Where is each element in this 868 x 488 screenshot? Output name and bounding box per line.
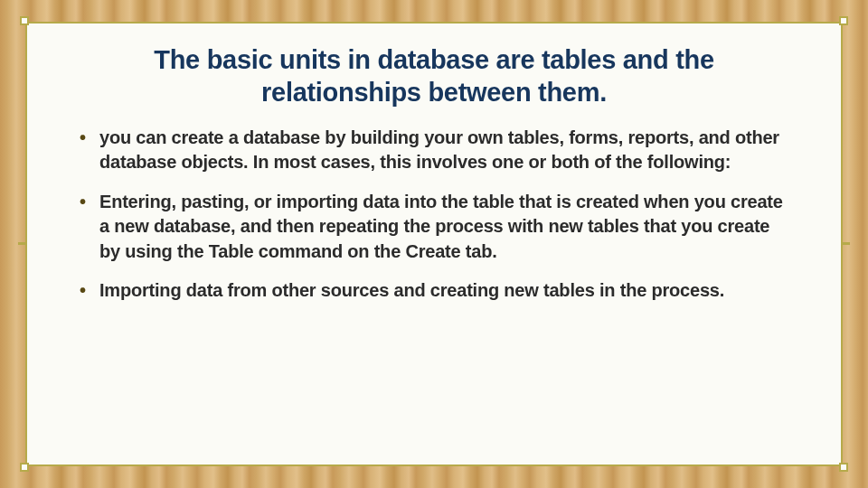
slide-content: The basic units in database are tables a… (27, 23, 841, 336)
bullet-list: you can create a database by building yo… (80, 126, 788, 305)
frame-corner-icon (20, 463, 29, 472)
frame-corner-icon (20, 16, 29, 25)
list-item: you can create a database by building yo… (80, 126, 788, 175)
list-item: Entering, pasting, or importing data int… (80, 190, 788, 265)
list-item: Importing data from other sources and cr… (80, 278, 788, 304)
frame-stub-icon (18, 242, 25, 245)
frame-corner-icon (839, 16, 848, 25)
frame-stub-icon (843, 242, 850, 245)
slide-title: The basic units in database are tables a… (89, 43, 779, 109)
frame-corner-icon (839, 463, 848, 472)
slide-panel: The basic units in database are tables a… (25, 22, 843, 466)
